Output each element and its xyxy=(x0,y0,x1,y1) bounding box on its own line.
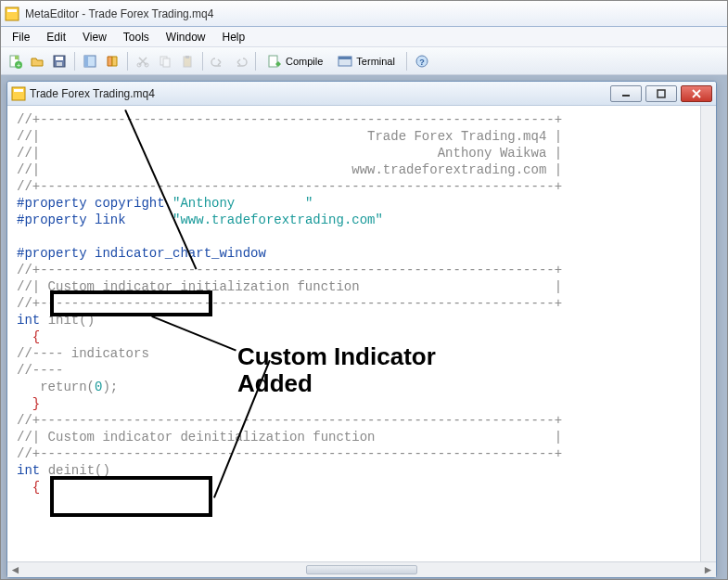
open-file-button[interactable] xyxy=(27,51,47,71)
maximize-button[interactable] xyxy=(645,85,677,102)
menu-help[interactable]: Help xyxy=(215,29,253,45)
svg-text:?: ? xyxy=(419,58,425,67)
compile-label: Compile xyxy=(286,56,323,67)
svg-rect-7 xyxy=(56,57,63,60)
cut-button[interactable] xyxy=(133,51,153,71)
menubar: File Edit View Tools Window Help xyxy=(1,27,727,47)
toolbar-separator xyxy=(202,52,203,71)
close-button[interactable] xyxy=(681,85,712,102)
terminal-icon xyxy=(338,54,352,69)
menu-edit[interactable]: Edit xyxy=(39,29,73,45)
svg-rect-14 xyxy=(163,58,170,67)
svg-rect-25 xyxy=(658,90,665,97)
svg-rect-19 xyxy=(338,57,351,59)
app-titlebar: MetaEditor - Trade Forex Trading.mq4 xyxy=(1,1,727,27)
svg-rect-8 xyxy=(57,62,62,66)
toolbar-separator xyxy=(255,52,256,71)
new-file-button[interactable]: + xyxy=(5,51,25,71)
svg-text:+: + xyxy=(17,61,21,69)
menu-tools[interactable]: Tools xyxy=(116,29,157,45)
document-titlebar[interactable]: Trade Forex Trading.mq4 xyxy=(7,82,716,106)
scroll-thumb[interactable] xyxy=(306,565,417,574)
app-title: MetaEditor - Trade Forex Trading.mq4 xyxy=(25,7,723,20)
vertical-scrollbar[interactable] xyxy=(700,106,716,561)
svg-rect-17 xyxy=(269,56,277,67)
compile-button[interactable]: Compile xyxy=(261,51,329,71)
app-icon xyxy=(5,6,19,21)
mdi-client-area: Trade Forex Trading.mq4 //+-------------… xyxy=(1,75,727,579)
terminal-label: Terminal xyxy=(356,56,395,67)
svg-rect-23 xyxy=(14,89,23,92)
svg-rect-10 xyxy=(84,56,88,67)
compile-icon xyxy=(267,54,282,69)
doc-icon xyxy=(11,86,26,101)
toolbar-separator xyxy=(127,52,128,71)
scroll-right-icon[interactable]: ► xyxy=(700,562,716,577)
svg-rect-16 xyxy=(185,56,189,58)
scroll-left-icon[interactable]: ◄ xyxy=(7,562,23,577)
help-button[interactable]: ? xyxy=(412,51,432,71)
copy-button[interactable] xyxy=(155,51,175,71)
svg-rect-1 xyxy=(7,9,17,12)
menu-window[interactable]: Window xyxy=(159,29,213,45)
code-editor[interactable]: //+-------------------------------------… xyxy=(7,106,700,561)
toolbar-separator xyxy=(74,52,75,71)
svg-rect-3 xyxy=(15,56,19,59)
redo-button[interactable] xyxy=(230,51,250,71)
book-button[interactable] xyxy=(102,51,122,71)
horizontal-scrollbar[interactable]: ◄ ► xyxy=(7,561,716,577)
menu-file[interactable]: File xyxy=(5,29,37,45)
document-title: Trade Forex Trading.mq4 xyxy=(30,87,610,100)
document-window: Trade Forex Trading.mq4 //+-------------… xyxy=(6,81,717,578)
terminal-button[interactable]: Terminal xyxy=(331,51,402,71)
undo-button[interactable] xyxy=(208,51,228,71)
paste-button[interactable] xyxy=(177,51,198,71)
minimize-button[interactable] xyxy=(610,85,642,102)
save-button[interactable] xyxy=(49,51,70,71)
toolbar-separator xyxy=(406,52,407,71)
toolbar: + Compile Terminal ? xyxy=(1,47,727,75)
menu-view[interactable]: View xyxy=(75,29,114,45)
navigator-button[interactable] xyxy=(80,51,100,71)
